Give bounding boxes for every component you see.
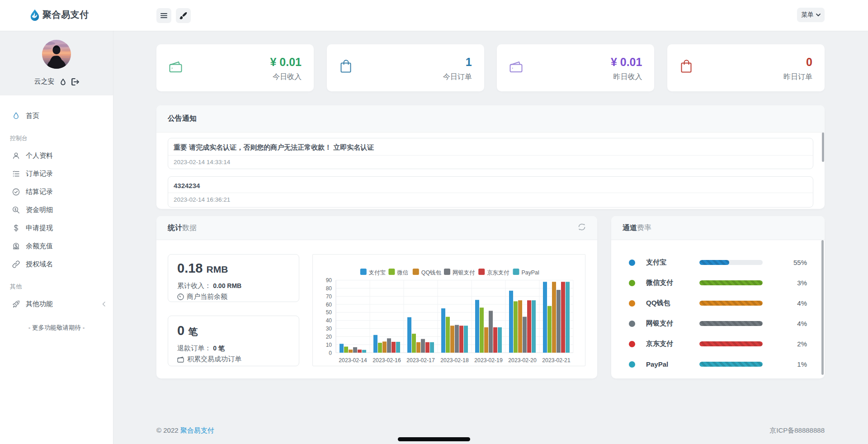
- svg-text:80: 80: [326, 285, 332, 292]
- svg-text:60: 60: [326, 302, 332, 308]
- svg-text:30: 30: [326, 326, 332, 332]
- svg-text:2023-02-18: 2023-02-18: [440, 357, 469, 364]
- svg-text:支付宝: 支付宝: [369, 269, 386, 276]
- svg-text:20: 20: [326, 334, 332, 340]
- svg-text:微信: 微信: [396, 269, 408, 276]
- svg-text:50: 50: [326, 309, 332, 316]
- svg-text:PayPal: PayPal: [522, 269, 539, 276]
- svg-text:2023-02-16: 2023-02-16: [373, 357, 401, 364]
- svg-text:10: 10: [326, 342, 332, 348]
- svg-text:40: 40: [326, 317, 332, 324]
- svg-text:2023-02-19: 2023-02-19: [474, 357, 503, 364]
- svg-text:京东支付: 京东支付: [487, 269, 509, 276]
- svg-text:90: 90: [326, 277, 332, 283]
- svg-text:2023-02-14: 2023-02-14: [339, 357, 367, 364]
- svg-text:70: 70: [326, 293, 332, 300]
- svg-text:2023-02-17: 2023-02-17: [406, 357, 435, 364]
- svg-text:0: 0: [329, 350, 332, 356]
- svg-text:网银支付: 网银支付: [453, 269, 475, 276]
- svg-text:QQ钱包: QQ钱包: [421, 269, 442, 276]
- svg-text:2023-02-20: 2023-02-20: [508, 357, 537, 364]
- svg-text:2023-02-21: 2023-02-21: [542, 357, 571, 364]
